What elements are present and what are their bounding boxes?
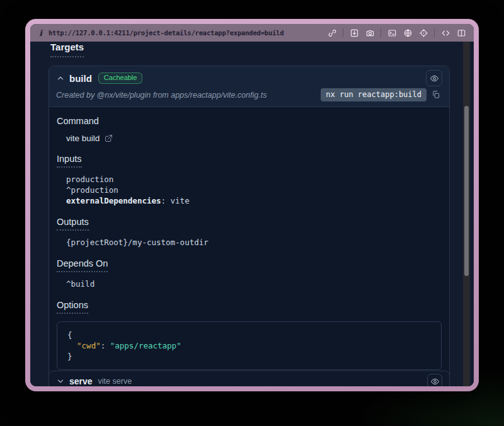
eye-icon: [430, 74, 439, 83]
options-code-block: { "cwd": "apps/reactapp" }: [57, 321, 442, 370]
json-colon: :: [101, 341, 110, 350]
command-value: vite build: [66, 134, 100, 143]
json-string-value: "apps/reactapp": [110, 341, 181, 350]
view-graph-button[interactable]: [426, 70, 442, 86]
depends-on-list: ^build: [66, 279, 442, 289]
camera-icon[interactable]: [365, 28, 375, 38]
embedded-browser: i http://127.0.0.1:4211/project-details/…: [30, 24, 474, 386]
target-card-build: build Cacheable Created by @nx/vite/plug…: [49, 66, 450, 383]
toolbar-separator: [434, 28, 435, 37]
project-details-content: Targets build Cacheable: [49, 42, 450, 383]
scrollbar-thumb[interactable]: [464, 106, 469, 276]
inputs-list: production ^production externalDependenc…: [66, 174, 442, 206]
depends-on-heading[interactable]: Depends On: [57, 258, 108, 272]
target-name: serve: [69, 376, 93, 386]
code-line: {: [67, 330, 431, 340]
serve-card-header[interactable]: serve vite serve: [49, 371, 449, 386]
toolbar-separator: [381, 28, 381, 37]
inspect-target-icon[interactable]: [418, 28, 428, 38]
cacheable-badge: Cacheable: [98, 72, 143, 84]
info-icon: i: [39, 28, 42, 38]
code-line: "cwd": "apps/reactapp": [67, 340, 431, 351]
link-icon[interactable]: [327, 28, 337, 38]
outputs-heading[interactable]: Outputs: [57, 217, 89, 231]
address-bar[interactable]: http://127.0.0.1:4211/project-details/re…: [49, 29, 284, 37]
globe-icon[interactable]: [403, 28, 413, 38]
terminal-icon[interactable]: [387, 28, 397, 38]
code-icon[interactable]: [440, 28, 450, 38]
browser-toolbar: i http://127.0.0.1:4211/project-details/…: [30, 24, 474, 42]
command-heading: Command: [57, 116, 442, 126]
run-command-chip: nx run reactapp:build: [321, 88, 427, 101]
input-named-key: externalDependencies: [66, 196, 161, 205]
page-viewport: Targets build Cacheable: [30, 42, 474, 386]
view-graph-button[interactable]: [427, 374, 442, 386]
scrollbar-track[interactable]: [463, 42, 470, 386]
toolbar-icon-group: [327, 28, 466, 38]
chevron-down-icon[interactable]: [56, 377, 65, 386]
build-card-header: build Cacheable Created by @nx/vite/plug…: [49, 66, 449, 107]
created-by-text: Created by @nx/vite/plugin from apps/rea…: [56, 91, 266, 100]
input-item: ^production: [66, 185, 442, 195]
inputs-heading[interactable]: Inputs: [57, 154, 82, 168]
input-item: production: [66, 174, 442, 185]
copy-icon[interactable]: [432, 90, 441, 100]
target-subtitle: vite serve: [98, 377, 132, 386]
toolbar-separator: [343, 28, 343, 37]
split-view-icon[interactable]: [456, 28, 466, 38]
external-link-icon[interactable]: [105, 134, 113, 143]
target-card-serve: serve vite serve: [49, 371, 450, 386]
app-window-frame: i http://127.0.0.1:4211/project-details/…: [25, 19, 479, 391]
input-named-value: : vite: [161, 196, 190, 205]
output-item: {projectRoot}/my-custom-outdir: [66, 237, 442, 248]
outputs-list: {projectRoot}/my-custom-outdir: [66, 237, 442, 248]
depends-on-item: ^build: [66, 279, 442, 289]
options-heading[interactable]: Options: [57, 300, 88, 314]
target-name: build: [69, 73, 92, 84]
code-line: }: [67, 351, 431, 362]
input-item: externalDependencies: vite: [66, 195, 442, 206]
build-card-body: Command vite build Inputs production ^pr…: [49, 107, 449, 383]
eye-icon: [430, 377, 440, 386]
targets-heading: Targets: [50, 42, 84, 57]
download-icon[interactable]: [349, 28, 359, 38]
chevron-up-icon[interactable]: [56, 74, 65, 83]
json-key: "cwd": [77, 341, 101, 350]
